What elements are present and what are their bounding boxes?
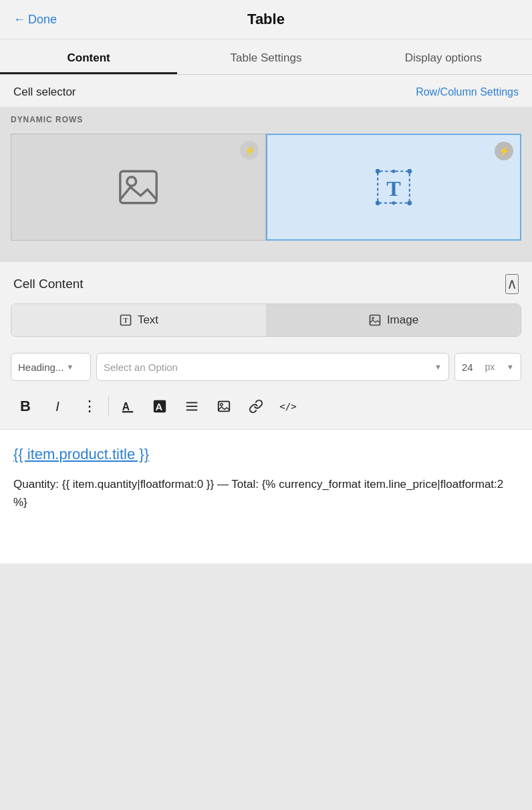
toolbar-separator-1 [108, 396, 109, 416]
svg-point-4 [407, 169, 412, 174]
svg-rect-21 [219, 402, 230, 412]
svg-point-22 [221, 403, 223, 406]
svg-text:T: T [124, 317, 128, 324]
preview-title[interactable]: {{ item.product.title }} [13, 446, 519, 463]
tab-content[interactable]: Content [0, 39, 177, 74]
cell-content-section: Cell Content ∧ T Text Image Heading... ▼ [0, 262, 532, 430]
svg-point-1 [127, 177, 136, 186]
content-type-image-button[interactable]: Image [266, 304, 521, 336]
option-dropdown[interactable]: Select an Option ▼ [96, 353, 449, 381]
tabs-bar: Content Table Settings Display options [0, 39, 532, 75]
cell-selector-label: Cell selector [13, 86, 76, 99]
svg-point-5 [376, 200, 380, 205]
cell-content-title: Cell Content [13, 277, 84, 291]
rich-text-toolbar: B I ⋮ A A [0, 386, 532, 430]
link-icon [249, 399, 263, 414]
svg-point-13 [372, 317, 374, 319]
dynamic-cell-image[interactable]: ⚡ [11, 134, 266, 241]
page-title: Table [247, 11, 285, 28]
tab-table-settings[interactable]: Table Settings [177, 39, 354, 74]
heading-dropdown[interactable]: Heading... ▼ [11, 353, 91, 381]
svg-point-6 [407, 200, 412, 205]
inline-image-icon [217, 399, 231, 414]
dynamic-rows-section: DYNAMIC ROWS ⚡ ⚡ [0, 107, 532, 254]
cell-selector-row: Cell selector Row/Column Settings [0, 75, 532, 107]
lightning-badge-text[interactable]: ⚡ [495, 142, 513, 160]
svg-point-8 [392, 201, 395, 205]
dynamic-rows-label: DYNAMIC ROWS [11, 115, 521, 124]
svg-text:A: A [156, 402, 163, 412]
done-button[interactable]: ← Done [13, 13, 57, 27]
text-t-icon: T [371, 164, 416, 210]
code-button[interactable]: </> [273, 392, 303, 421]
content-preview: {{ item.product.title }} Quantity: {{ it… [0, 430, 532, 563]
inline-image-button[interactable] [209, 392, 239, 421]
image-icon [368, 313, 382, 327]
format-toolbar-row: Heading... ▼ Select an Option ▼ 24 px ▼ [0, 348, 532, 386]
align-button[interactable] [177, 392, 207, 421]
bold-button[interactable]: B [11, 392, 40, 421]
text-background-button[interactable]: A [145, 392, 174, 421]
tab-display-options[interactable]: Display options [355, 39, 532, 74]
cell-content-collapse-button[interactable]: ∧ [505, 274, 519, 294]
more-options-button[interactable]: ⋮ [75, 392, 104, 421]
image-placeholder-icon [116, 164, 161, 210]
italic-button[interactable]: I [43, 392, 72, 421]
svg-text:T: T [386, 176, 401, 200]
content-type-text-button[interactable]: T Text [11, 304, 266, 336]
text-bg-icon: A [152, 399, 167, 414]
lightning-badge-image[interactable]: ⚡ [240, 141, 259, 160]
svg-text:A: A [122, 401, 130, 412]
align-icon [184, 399, 199, 414]
text-color-button[interactable]: A [113, 392, 142, 421]
size-dropdown-arrow: ▼ [507, 363, 514, 371]
text-color-icon: A [120, 399, 135, 414]
text-icon: T [119, 313, 132, 327]
preview-body: Quantity: {{ item.quantity|floatformat:0… [13, 475, 519, 511]
size-dropdown[interactable]: 24 px ▼ [454, 353, 521, 381]
arrow-left-icon: ← [13, 13, 25, 27]
row-column-settings-link[interactable]: Row/Column Settings [416, 86, 519, 98]
option-dropdown-arrow: ▼ [434, 363, 442, 371]
dynamic-rows-grid: ⚡ ⚡ T [11, 134, 521, 241]
size-unit-label: px [485, 362, 495, 372]
svg-rect-0 [120, 171, 156, 203]
content-type-toggle: T Text Image [11, 303, 521, 337]
header: ← Done Table [0, 0, 532, 39]
svg-point-7 [392, 170, 395, 173]
dynamic-cell-text[interactable]: ⚡ T [266, 134, 521, 241]
svg-point-3 [376, 169, 380, 174]
cell-content-header: Cell Content ∧ [0, 262, 532, 303]
svg-rect-12 [370, 315, 380, 325]
link-button[interactable] [241, 392, 271, 421]
section-divider [0, 254, 532, 262]
heading-dropdown-arrow: ▼ [66, 363, 74, 371]
